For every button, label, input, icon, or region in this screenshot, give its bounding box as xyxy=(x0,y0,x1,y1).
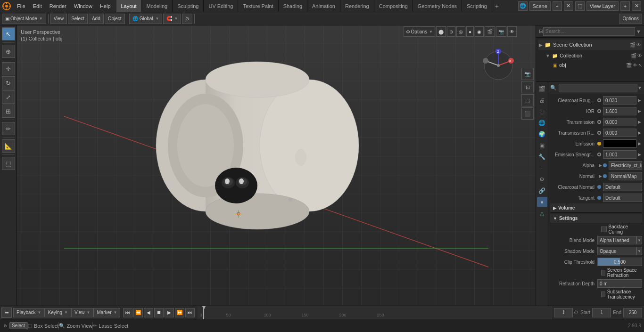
current-frame-field[interactable]: 1 xyxy=(554,308,573,317)
tangent-value[interactable]: Default xyxy=(603,194,642,202)
normal-dot[interactable] xyxy=(603,174,607,178)
shadow-mode-dropdown[interactable]: ▼ xyxy=(636,247,642,255)
emission-strength-dot[interactable] xyxy=(597,153,601,156)
obj-restrict-viewport[interactable]: 👁 xyxy=(633,63,637,68)
playback-dropdown[interactable]: Playback ▼ xyxy=(13,308,45,317)
select-tool-btn[interactable]: ↖ xyxy=(2,27,15,40)
prop-particles-btn[interactable]: · xyxy=(537,163,547,173)
navigation-gizmo[interactable]: X Z xyxy=(482,49,515,82)
prop-render-btn[interactable]: 🎬 xyxy=(537,84,547,94)
delete-scene-icon[interactable]: ✕ xyxy=(564,1,573,11)
scene-restrict-render[interactable]: 🎬 xyxy=(630,42,636,48)
tab-texture-paint[interactable]: Texture Paint xyxy=(238,0,278,12)
prop-modifier-btn[interactable]: 🔧 xyxy=(537,152,547,162)
blend-mode-dropdown[interactable]: ▼ xyxy=(636,236,642,244)
viewport-overlay[interactable]: ⊙ xyxy=(447,26,455,37)
new-viewlayer-icon[interactable]: + xyxy=(620,1,630,11)
delete-viewlayer-icon[interactable]: ✕ xyxy=(632,1,641,11)
annotate-tool-btn[interactable]: ✏ xyxy=(2,122,15,135)
ior-dot[interactable] xyxy=(597,109,601,113)
play-reverse-btn[interactable]: ◀ xyxy=(144,308,153,317)
menu-render[interactable]: Render xyxy=(46,0,70,12)
normal-value[interactable]: Normal/Map xyxy=(609,172,642,180)
timeline-ruler[interactable]: 0 50 100 150 200 250 xyxy=(198,306,552,319)
prop-output-btn[interactable]: 🖨 xyxy=(537,95,547,105)
menu-help[interactable]: Help xyxy=(96,0,115,12)
transmission-r-dot[interactable] xyxy=(597,131,601,135)
outliner-search-input[interactable] xyxy=(543,27,635,36)
emission-strength-expand[interactable]: ▶ xyxy=(636,152,642,157)
snap-btn[interactable]: 🧲 ▼ xyxy=(163,14,181,24)
coll-restrict-render[interactable]: 🎬 xyxy=(631,53,636,58)
ior-expand[interactable]: ▶ xyxy=(636,108,642,114)
keying-dropdown[interactable]: Keying ▼ xyxy=(45,308,72,317)
prop-view-layer-btn[interactable]: ⬚ xyxy=(537,106,547,117)
scene-collection-row[interactable]: ▶ 📁 Scene Collection 🎬 👁 xyxy=(538,40,642,50)
timeline-menu-btn[interactable]: ☰ xyxy=(1,308,12,318)
add-cube-tool-btn[interactable]: ⬚ xyxy=(2,157,15,170)
view-menu-btn[interactable]: View xyxy=(50,14,67,24)
obj-row[interactable]: ▣ obj 🎬 👁 ↖ xyxy=(538,60,642,70)
stop-btn[interactable]: ⏹ xyxy=(154,308,164,317)
clearcoat-normal-dot[interactable] xyxy=(597,185,601,189)
jump-start-btn[interactable]: ⏮ xyxy=(123,308,132,317)
view-dropdown[interactable]: View ▼ xyxy=(71,308,93,317)
marker-dropdown[interactable]: Marker ▼ xyxy=(93,308,120,317)
tab-animation[interactable]: Animation xyxy=(307,0,340,12)
transform-tool-btn[interactable]: ⊞ xyxy=(2,105,15,118)
prop-world-btn[interactable]: 🌍 xyxy=(537,129,547,139)
emission-strength-value[interactable]: 1.000 xyxy=(603,150,636,159)
props-search-input[interactable] xyxy=(559,84,637,92)
menu-file[interactable]: File xyxy=(13,0,29,12)
screen-space-refraction-checkbox[interactable] xyxy=(601,270,605,275)
viewport-shadingmode[interactable]: ◉ xyxy=(475,26,484,37)
add-workspace-button[interactable]: + xyxy=(492,2,502,10)
tab-uv-editing[interactable]: UV Editing xyxy=(204,0,238,12)
rotate-tool-btn[interactable]: ↻ xyxy=(2,76,15,89)
blend-mode-value[interactable]: Alpha Hashed xyxy=(597,236,636,244)
emission-color[interactable] xyxy=(603,139,636,148)
viewport-display-mode[interactable]: ● xyxy=(466,26,474,37)
clearcoat-roughness-dot[interactable] xyxy=(597,98,601,102)
transmission-expand[interactable]: ▶ xyxy=(636,119,642,125)
transmission-r-value[interactable]: 0.000 xyxy=(603,129,636,137)
interaction-mode-btn[interactable]: ▣ Object Mode ▼ xyxy=(2,14,46,24)
prop-object-btn[interactable]: ▣ xyxy=(537,140,547,151)
viewport-render-preview[interactable]: 🎬 xyxy=(485,26,495,37)
ior-value[interactable]: 1.600 xyxy=(603,107,636,115)
transmission-dot[interactable] xyxy=(597,120,601,124)
subsurface-translucency-checkbox[interactable] xyxy=(601,292,605,297)
menu-edit[interactable]: Edit xyxy=(29,0,46,12)
coll-restrict-viewport[interactable]: 👁 xyxy=(637,53,642,58)
settings-section-header[interactable]: ▼ Settings xyxy=(550,214,642,223)
transmission-r-expand[interactable]: ▶ xyxy=(636,130,642,136)
next-frame-btn[interactable]: ⏩ xyxy=(175,308,184,317)
prop-material-btn[interactable]: ● xyxy=(537,197,547,207)
props-filter-arrow[interactable]: ▼ xyxy=(637,85,642,90)
end-frame-field[interactable]: 250 xyxy=(623,308,642,317)
view-layer-selector[interactable]: View Layer xyxy=(586,1,619,11)
collection-row[interactable]: ▼ 📁 Collection 🎬 👁 xyxy=(538,51,642,60)
prop-physics-btn[interactable]: ⚙ xyxy=(537,174,547,185)
tab-compositing[interactable]: Compositing xyxy=(374,0,413,12)
jump-end-btn[interactable]: ⏭ xyxy=(185,308,195,317)
menu-window[interactable]: Window xyxy=(70,0,96,12)
transmission-value[interactable]: 0.000 xyxy=(603,118,636,126)
transform-orientation-btn[interactable]: 🌐 Global ▼ xyxy=(129,14,163,24)
tab-rendering[interactable]: Rendering xyxy=(340,0,374,12)
obj-restrict-select[interactable]: ↖ xyxy=(638,63,642,68)
prop-data-btn[interactable]: △ xyxy=(537,208,547,219)
alpha-dot[interactable] xyxy=(603,163,607,167)
tab-modeling[interactable]: Modeling xyxy=(142,0,173,12)
blender-logo[interactable] xyxy=(0,0,13,12)
emission-expand[interactable]: ▶ xyxy=(636,141,642,146)
obj-restrict-render[interactable]: 🎬 xyxy=(626,63,632,68)
proportional-edit-btn[interactable]: ⊙ xyxy=(182,14,192,24)
outliner-sort-icon[interactable]: ▼ xyxy=(636,29,641,34)
tangent-dot[interactable] xyxy=(597,196,601,200)
viewport-scene-view[interactable]: 👁 xyxy=(507,26,517,37)
backface-culling-checkbox[interactable] xyxy=(601,227,607,232)
tab-geometry-nodes[interactable]: Geometry Nodes xyxy=(413,0,462,12)
cursor-tool-btn[interactable]: ⊕ xyxy=(2,45,15,58)
refraction-depth-value[interactable]: 0 m xyxy=(597,279,642,288)
